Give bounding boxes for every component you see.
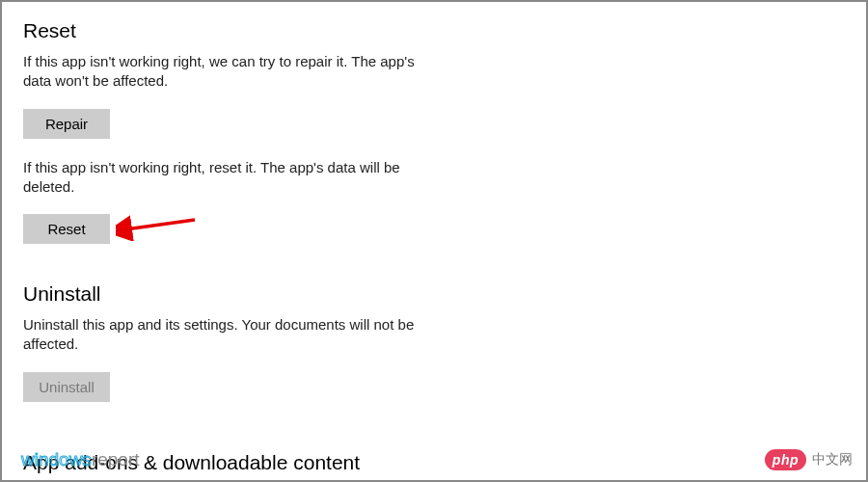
reset-heading: Reset [23, 19, 845, 42]
uninstall-heading: Uninstall [23, 282, 845, 306]
uninstall-button[interactable]: Uninstall [23, 372, 110, 402]
addons-heading: App add-ons & downloadable content [23, 451, 360, 474]
reset-button[interactable]: Reset [23, 214, 110, 244]
uninstall-description: Uninstall this app and its settings. You… [23, 315, 428, 355]
repair-description: If this app isn't working right, we can … [23, 52, 428, 92]
watermark-php: php 中文网 [765, 449, 853, 470]
repair-button[interactable]: Repair [23, 109, 110, 139]
reset-description: If this app isn't working right, reset i… [23, 158, 428, 198]
